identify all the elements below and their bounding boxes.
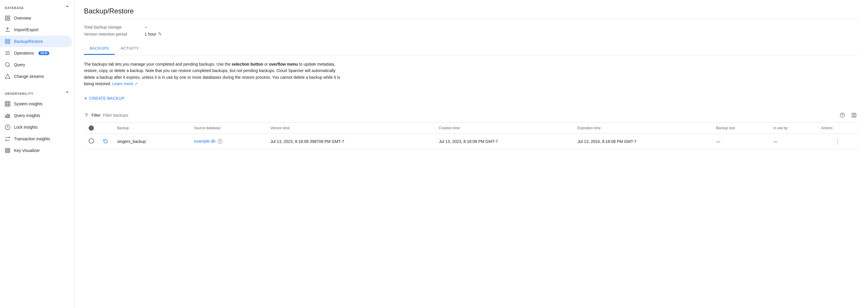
- page-title: Backup/Restore: [84, 7, 859, 19]
- col-actions: Actions: [816, 122, 859, 134]
- filter-input[interactable]: [103, 113, 835, 117]
- query-icon: [5, 62, 10, 68]
- svg-rect-5: [6, 40, 7, 41]
- sidebar-item-change-streams[interactable]: Change streams: [0, 71, 72, 82]
- sidebar-item-transaction-insights[interactable]: Transaction insights: [0, 133, 72, 145]
- overview-icon: [5, 15, 10, 21]
- sidebar-item-key-visualizer[interactable]: Key Visualizer: [0, 145, 72, 156]
- help-button[interactable]: [838, 111, 847, 120]
- svg-rect-18: [6, 105, 7, 105]
- lock-insights-icon: [5, 124, 10, 130]
- svg-rect-17: [8, 102, 9, 103]
- row-creation-time: Jul 13, 2023, 8:18:08 PM GMT-7: [434, 134, 573, 149]
- create-backup-button[interactable]: + CREATE BACKUP: [84, 93, 124, 104]
- sidebar-item-query[interactable]: Query: [0, 59, 72, 71]
- sidebar-item-import-export[interactable]: Import/Export: [0, 24, 72, 35]
- sidebar-item-label: Key Visualizer: [14, 148, 40, 153]
- col-source-database: Source database: [189, 122, 266, 134]
- svg-rect-3: [8, 19, 10, 21]
- svg-rect-15: [5, 102, 10, 107]
- sidebar-item-label: Operations: [14, 51, 34, 55]
- syncing-icon: [103, 139, 108, 144]
- sidebar-item-label: Import/Export: [14, 27, 38, 32]
- row-version-time: Jul 13, 2023, 8:18:08.398708 PM GMT-7: [266, 134, 434, 149]
- columns-button[interactable]: [849, 111, 859, 120]
- svg-rect-8: [8, 42, 9, 43]
- svg-rect-7: [6, 42, 7, 43]
- svg-rect-22: [9, 115, 10, 118]
- query-insights-icon: [5, 113, 10, 118]
- sidebar-item-label: Overview: [14, 16, 31, 21]
- backups-description: The backups tab lets you manage your com…: [84, 61, 346, 87]
- sidebar-item-operations[interactable]: Operations NEW: [0, 47, 72, 59]
- sidebar-item-label: Query insights: [14, 113, 40, 118]
- tab-activity[interactable]: ACTIVITY: [115, 43, 145, 55]
- col-creation-time: Creation time: [434, 122, 573, 134]
- version-retention-value: 1 hour ✎: [145, 31, 162, 37]
- version-retention-label: Version retention period: [84, 32, 142, 36]
- sidebar: DATABASE ⌃ Overview Import/Export Backup…: [0, 0, 74, 308]
- svg-rect-1: [8, 16, 10, 18]
- sidebar-item-label: Query: [14, 62, 25, 67]
- tab-backups[interactable]: BACKUPS: [84, 43, 115, 55]
- filter-label: Filter: [92, 113, 100, 117]
- sidebar-item-label: Transaction insights: [14, 137, 50, 141]
- row-backup-name: singers_backup: [113, 134, 189, 149]
- row-expiration-time: Jul 13, 2024, 8:18:08 PM GMT-7: [573, 134, 712, 149]
- more-actions-icon[interactable]: ⋮: [821, 138, 854, 145]
- version-retention-row: Version retention period 1 hour ✎: [84, 31, 859, 37]
- svg-rect-4: [5, 39, 10, 44]
- svg-point-12: [5, 63, 9, 66]
- row-select[interactable]: [84, 134, 98, 149]
- sidebar-item-label: Change streams: [14, 74, 44, 79]
- radio-button[interactable]: [89, 138, 94, 143]
- change-streams-icon: [5, 74, 10, 79]
- sidebar-item-label: System insights: [14, 102, 42, 106]
- backup-restore-icon: [5, 38, 10, 44]
- col-select: [84, 122, 98, 134]
- svg-rect-36: [852, 113, 856, 117]
- learn-more-link[interactable]: Learn more: [112, 81, 133, 86]
- sidebar-item-label: Backup/Restore: [14, 39, 43, 44]
- svg-line-13: [9, 66, 10, 67]
- sidebar-item-overview[interactable]: Overview: [0, 12, 72, 24]
- table-row: singers_backup example-db ? Jul 13, 2023…: [84, 134, 859, 149]
- info-icon[interactable]: ?: [218, 139, 222, 144]
- svg-rect-19: [8, 105, 9, 105]
- svg-rect-2: [5, 19, 7, 21]
- svg-rect-16: [6, 102, 7, 103]
- total-backup-storage-value: --: [145, 25, 147, 29]
- backups-table: Backup Source database Version time Crea…: [84, 122, 859, 149]
- observability-section-label: OBSERVABILITY ⌃: [0, 86, 74, 98]
- sidebar-item-backup-restore[interactable]: Backup/Restore: [0, 35, 72, 47]
- system-insights-icon: [5, 101, 10, 107]
- tabs-container: BACKUPS ACTIVITY: [84, 43, 859, 55]
- transaction-insights-icon: [5, 136, 10, 142]
- row-in-use-by: —: [769, 134, 816, 149]
- svg-rect-6: [8, 40, 9, 41]
- svg-rect-20: [5, 115, 6, 118]
- filter-icon: [84, 113, 89, 118]
- database-section-chevron[interactable]: ⌃: [65, 5, 70, 11]
- row-source-database: example-db ?: [189, 134, 266, 149]
- edit-version-retention-icon[interactable]: ✎: [158, 31, 162, 37]
- source-database-link[interactable]: example-db: [194, 139, 215, 143]
- observability-section-chevron[interactable]: ⌃: [65, 90, 70, 97]
- col-version-time: Version time: [266, 122, 434, 134]
- sidebar-item-system-insights[interactable]: System insights: [0, 98, 72, 110]
- col-backup: Backup: [113, 122, 189, 134]
- key-visualizer-icon: [5, 147, 10, 153]
- new-badge: NEW: [38, 51, 49, 55]
- svg-rect-26: [5, 148, 10, 153]
- sidebar-item-query-insights[interactable]: Query insights: [0, 110, 72, 121]
- col-expiration-time: Expiration time: [573, 122, 712, 134]
- row-actions[interactable]: ⋮: [816, 134, 859, 149]
- filter-actions: [838, 111, 859, 120]
- svg-marker-14: [5, 74, 10, 79]
- database-section-label: DATABASE ⌃: [0, 0, 74, 12]
- row-status-icon: [98, 134, 113, 149]
- sidebar-item-lock-insights[interactable]: Lock insights: [0, 121, 72, 133]
- col-status: [98, 122, 113, 134]
- col-in-use-by: In use by: [769, 122, 816, 134]
- filter-bar: Filter: [84, 108, 859, 122]
